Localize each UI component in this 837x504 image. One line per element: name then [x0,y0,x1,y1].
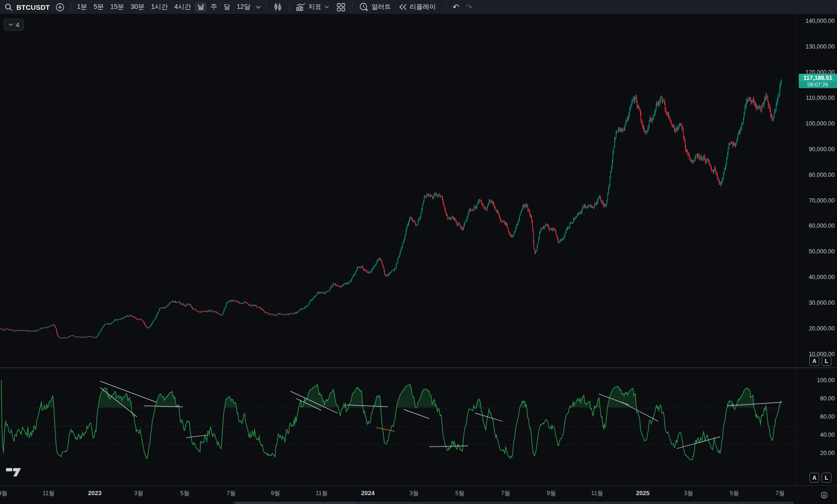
price-tick-label: 70,000.00 [796,197,835,204]
compare-add-icon[interactable] [52,1,68,13]
price-tick-label: 140,000.00 [796,18,835,24]
object-tree-chip[interactable]: 4 [4,19,24,31]
auto-scale-button[interactable]: A [809,356,819,366]
oscillator-pane[interactable] [0,368,796,485]
timeframe-날[interactable]: 날 [195,2,207,12]
chart-style-candles-icon[interactable] [269,1,286,13]
time-label-month: 11월 [316,490,327,497]
price-tick-label: 30,000.00 [796,300,835,306]
main-price-chart[interactable] [0,14,796,367]
tradingview-logo[interactable] [6,465,21,481]
price-tick-label: 90,000.00 [796,146,835,153]
last-price-tag: 117,188.51 08:07:26 [799,74,837,88]
toolbar-divider [71,3,71,11]
time-label-month: 5월 [180,490,189,497]
trading-app: BTCUSDT 1분5분15분30분1시간4시간날주달12달 지표 [0,0,837,504]
toolbar-divider [266,3,267,11]
price-tick-label: 100,000.00 [796,120,835,127]
replay-button[interactable]: 리플레이 [395,1,440,13]
chevron-down-icon [324,6,329,8]
timeframe-15분[interactable]: 15분 [107,2,127,12]
price-tick-label: 50,000.00 [796,248,835,255]
indicators-label: 지표 [309,3,322,11]
time-label-month: 7월 [775,490,784,497]
time-label-month: 5월 [730,490,739,497]
last-price-value: 117,188.51 [799,74,837,82]
undo-button[interactable]: ↶ [450,1,463,13]
time-label-year: 2025 [636,490,650,497]
price-tick-label: 20,000.00 [796,325,835,332]
time-label-month: 3월 [134,490,143,497]
time-label-month: 7월 [226,490,235,497]
price-tick-label: 110,000.00 [796,95,835,101]
time-label-month: 3월 [409,490,418,497]
oscillator-tick-label: 60.00 [796,413,835,420]
time-axis[interactable]: 9월11월20233월5월7월9월11월20243월5월7월9월11월20253… [0,486,837,504]
timeframe-12달[interactable]: 12달 [234,2,253,12]
toolbar-divider [446,3,447,11]
timeframe-달[interactable]: 달 [221,2,233,12]
time-label-month: 3월 [684,490,693,497]
redo-button[interactable]: ↷ [463,1,476,13]
replay-label: 리플레이 [410,3,436,11]
oscillator-tick-label: 40.00 [796,432,835,438]
layout-grid-icon[interactable] [333,1,349,13]
toolbar-divider [352,3,352,11]
symbol-search-icon[interactable] [0,1,14,13]
auto-scale-button[interactable]: A [809,473,819,483]
time-label-month: 9월 [0,490,7,497]
price-tick-label: 80,000.00 [796,172,835,178]
bar-countdown: 08:07:26 [799,82,837,88]
axis-settings-icon[interactable] [818,489,830,501]
alert-label: 얼러트 [372,3,391,11]
toolbar-divider [289,3,289,11]
timeframe-5분[interactable]: 5분 [91,2,106,12]
indicators-icon [296,3,306,11]
main-axis-buttons: A L [809,356,831,366]
timeframe-1분[interactable]: 1분 [74,2,90,12]
indicators-button[interactable]: 지표 [292,1,333,13]
replay-rewind-icon [399,4,407,10]
time-label-month: 7월 [501,490,510,497]
layers-count: 4 [16,21,19,28]
oscillator-tick-label: 80.00 [796,395,835,402]
time-label-month: 11월 [42,490,54,497]
time-label-year: 2023 [88,490,102,497]
alert-clock-icon [359,2,369,12]
timeframe-1시간[interactable]: 1시간 [148,2,170,12]
log-scale-button[interactable]: L [822,356,831,366]
alert-button[interactable]: 얼러트 [355,1,395,13]
symbol-name[interactable]: BTCUSDT [14,1,52,13]
osc-axis-buttons: A L [809,473,831,483]
pane-separator[interactable] [0,367,837,368]
oscillator-tick-label: 100.00 [796,377,835,384]
chevron-down-icon [8,23,13,26]
time-label-month: 9월 [271,490,280,497]
log-scale-button[interactable]: L [822,473,831,483]
price-tick-label: 40,000.00 [796,274,835,280]
timeframe-주[interactable]: 주 [208,2,220,12]
top-toolbar: BTCUSDT 1분5분15분30분1시간4시간날주달12달 지표 [0,0,837,14]
time-label-month: 11월 [591,490,603,497]
time-label-year: 2024 [361,490,375,497]
timeframe-group: 1분5분15분30분1시간4시간날주달12달 [74,2,253,12]
timeframe-4시간[interactable]: 4시간 [171,2,194,12]
time-label-month: 9월 [547,490,556,497]
time-label-month: 5월 [455,490,464,497]
price-tick-label: 130,000.00 [796,43,835,50]
timeframe-30분[interactable]: 30분 [128,2,148,12]
chevron-down-icon[interactable] [253,1,263,13]
oscillator-tick-label: 20.00 [796,450,835,456]
price-tick-label: 60,000.00 [796,223,835,229]
